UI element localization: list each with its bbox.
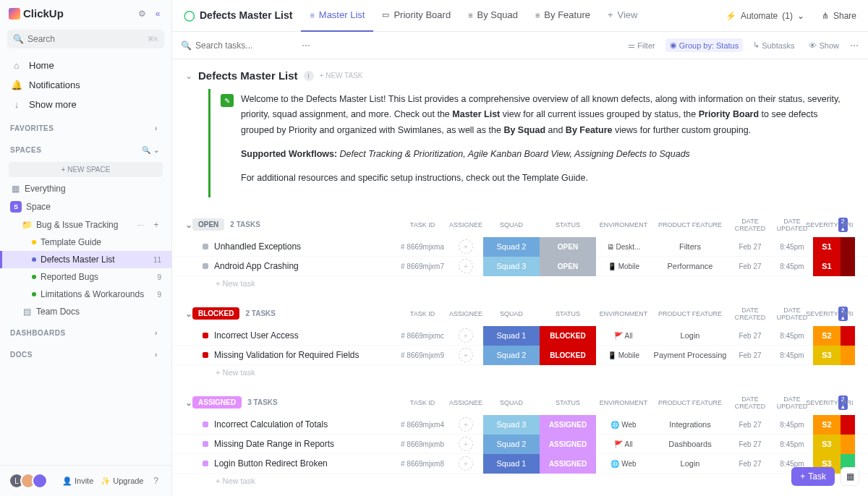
chevron-down-icon[interactable]: ⌄ — [185, 398, 192, 408]
cell-environment[interactable]: 🚩 All — [596, 440, 651, 448]
nav-everything[interactable]: ▦Everything — [0, 180, 171, 197]
col-assignee[interactable]: ASSIGNEE — [448, 221, 483, 228]
chevron-down-icon[interactable]: ⌄ — [185, 71, 192, 81]
dashboards-header[interactable]: DASHBOARDS› — [0, 320, 171, 342]
col-severity[interactable]: SEVERITY 2 ▴ — [813, 307, 841, 321]
cell-severity[interactable]: S3 — [813, 435, 841, 454]
cell-assignee[interactable]: + — [448, 456, 483, 471]
more-icon[interactable]: ⋯ — [849, 40, 859, 51]
cell-assignee[interactable]: + — [448, 437, 483, 451]
cell-product-feature[interactable]: Login — [651, 459, 729, 468]
task-name[interactable]: Unhandled Exceptions — [208, 241, 301, 252]
more-icon[interactable]: ⋯ — [301, 40, 311, 51]
spaces-header[interactable]: SPACES🔍⌄ — [0, 137, 171, 159]
add-assignee-icon[interactable]: + — [459, 437, 473, 451]
cell-severity[interactable]: S3 — [813, 346, 841, 365]
col-date-created[interactable]: DATE CREATED — [729, 395, 771, 410]
invite-button[interactable]: 👤 Invite — [62, 476, 93, 486]
cell-status[interactable]: BLOCKED — [540, 346, 596, 365]
nav-home[interactable]: ⌂Home — [0, 56, 171, 75]
add-assignee-icon[interactable]: + — [459, 417, 473, 432]
cell-environment[interactable]: 🚩 All — [596, 332, 651, 340]
task-row[interactable]: Unhandled Exceptions # 8669mjxma + Squad… — [172, 237, 868, 257]
add-assignee-icon[interactable]: + — [459, 239, 473, 254]
share-button[interactable]: ⋔ Share — [813, 11, 865, 21]
info-icon[interactable]: i — [304, 71, 314, 81]
search-input[interactable] — [27, 34, 143, 44]
col-severity[interactable]: SEVERITY 2 ▴ — [813, 218, 841, 232]
cell-product-feature[interactable]: Payment Processing — [651, 351, 729, 359]
cell-squad[interactable]: Squad 1 — [483, 454, 540, 474]
nav-show-more[interactable]: ↓Show more — [0, 95, 171, 114]
cell-severity[interactable]: S2 — [813, 326, 841, 346]
col-priority[interactable]: PRI — [841, 393, 855, 412]
add-assignee-icon[interactable]: + — [459, 259, 473, 273]
collapse-icon[interactable]: « — [153, 9, 163, 19]
add-task-button[interactable]: + New task — [172, 365, 868, 380]
col-status[interactable]: STATUS — [540, 399, 596, 406]
cell-product-feature[interactable]: Filters — [651, 242, 729, 251]
task-name[interactable]: Incorrect User Access — [208, 330, 299, 341]
col-environment[interactable]: ENVIRONMENT — [596, 399, 651, 406]
task-name[interactable]: Login Button Redirect Broken — [208, 458, 328, 469]
gear-icon[interactable]: ⚙ — [137, 9, 147, 19]
task-name[interactable]: Missing Date Range in Reports — [208, 439, 334, 449]
col-assignee[interactable]: ASSIGNEE — [448, 399, 483, 406]
cell-assignee[interactable]: + — [448, 417, 483, 432]
cell-status[interactable]: ASSIGNED — [540, 454, 596, 474]
task-row[interactable]: Android App Crashing # 8669mjxm7 + Squad… — [172, 257, 868, 276]
task-row[interactable]: Incorrect User Access # 8669mjxmc + Squa… — [172, 326, 868, 346]
list-name-tab[interactable]: ◯Defects Master List — [175, 0, 301, 32]
cell-priority[interactable] — [841, 257, 855, 276]
cell-environment[interactable]: 📱 Mobile — [596, 262, 651, 270]
nav-space[interactable]: SSpace — [0, 197, 171, 216]
cell-status[interactable]: ASSIGNED — [540, 415, 596, 435]
group-header[interactable]: ⌄ASSIGNED3 TASKS TASK ID ASSIGNEE SQUAD … — [172, 390, 868, 415]
logo[interactable]: ClickUp — [9, 7, 64, 20]
add-assignee-icon[interactable]: + — [459, 348, 473, 362]
cell-status[interactable]: ASSIGNED — [540, 435, 596, 454]
cell-product-feature[interactable]: Dashboards — [651, 440, 729, 448]
plus-icon[interactable]: + — [151, 220, 161, 230]
cell-severity[interactable]: S2 — [813, 415, 841, 435]
subtasks-button[interactable]: ↳ Subtasks — [749, 38, 799, 52]
chevron-down-icon[interactable]: ⌄ — [185, 220, 192, 230]
cell-environment[interactable]: 🌐 Web — [596, 421, 651, 429]
new-task-fab[interactable]: + Task — [791, 467, 835, 486]
cell-squad[interactable]: Squad 2 — [483, 237, 540, 257]
sidebar-item[interactable]: Limitations & Workarounds9 — [0, 286, 171, 303]
task-name[interactable]: Incorrect Calculation of Totals — [208, 419, 328, 429]
task-search-input[interactable] — [195, 40, 297, 51]
task-row[interactable]: Login Button Redirect Broken # 8669mjxm8… — [172, 454, 868, 474]
col-assignee[interactable]: ASSIGNEE — [448, 310, 483, 317]
favorites-header[interactable]: FAVORITES› — [0, 116, 171, 137]
col-severity[interactable]: SEVERITY 2 ▴ — [813, 395, 841, 410]
cell-product-feature[interactable]: Integrations — [651, 420, 729, 429]
cell-squad[interactable]: Squad 2 — [483, 346, 540, 365]
col-product-feature[interactable]: PRODUCT FEATURE — [651, 221, 729, 228]
tab-by-feature[interactable]: ≡By Feature — [527, 0, 599, 32]
cell-priority[interactable] — [841, 435, 855, 454]
tab-by-squad[interactable]: ≡By Squad — [459, 0, 527, 32]
cell-assignee[interactable]: + — [448, 348, 483, 362]
cell-priority[interactable] — [841, 237, 855, 257]
cell-environment[interactable]: 🌐 Web — [596, 460, 651, 468]
cell-severity[interactable]: S1 — [813, 237, 841, 257]
filter-button[interactable]: ⚌ Filter — [624, 38, 659, 52]
add-assignee-icon[interactable]: + — [459, 328, 473, 343]
cell-status[interactable]: OPEN — [540, 237, 596, 257]
add-task-button[interactable]: + New task — [172, 276, 868, 291]
col-priority[interactable]: PRI — [841, 304, 855, 323]
task-row[interactable]: Missing Validation for Required Fields #… — [172, 346, 868, 365]
cell-squad[interactable]: Squad 2 — [483, 435, 540, 454]
nav-folder[interactable]: 📁Bug & Issue Tracking⋯+ — [0, 216, 171, 234]
col-date-created[interactable]: DATE CREATED — [729, 218, 771, 232]
cell-squad[interactable]: Squad 1 — [483, 326, 540, 346]
col-squad[interactable]: SQUAD — [483, 399, 540, 406]
add-view-button[interactable]: + View — [599, 0, 647, 32]
cell-product-feature[interactable]: Login — [651, 331, 729, 340]
sidebar-item[interactable]: Defects Master List11 — [0, 251, 171, 268]
upgrade-button[interactable]: ✨ Upgrade — [101, 476, 143, 486]
cell-assignee[interactable]: + — [448, 259, 483, 273]
task-row[interactable]: Incorrect Calculation of Totals # 8669mj… — [172, 415, 868, 435]
